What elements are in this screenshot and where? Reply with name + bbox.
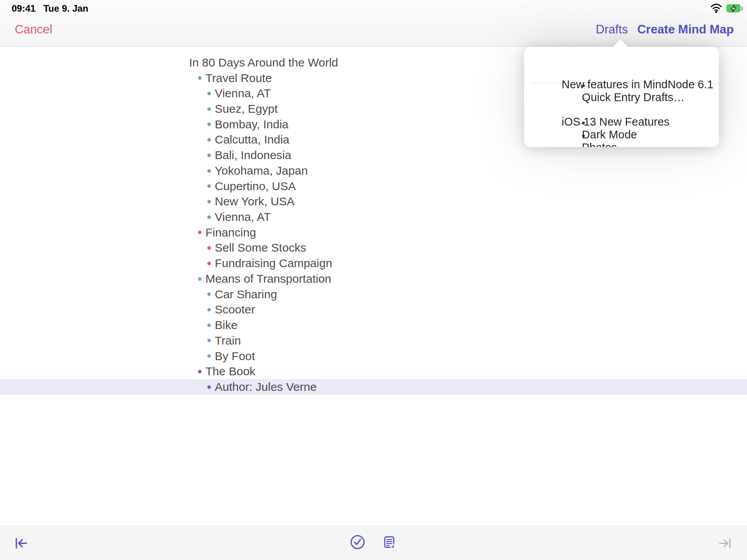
bullet-dot-icon [207,324,211,327]
bullet-dot-icon [207,262,211,265]
bullet-dot-icon [207,292,211,296]
outline-row-text: New York, USA [215,195,295,208]
status-date: Tue 9. Jan [43,3,88,14]
status-right [710,3,743,15]
outline-row[interactable]: Cupertino, USA [0,178,747,194]
outline-row[interactable]: Bali, Indonesia [0,147,747,163]
outline-row[interactable]: Fundraising Campaign [0,256,747,271]
outline-row-text: Train [215,334,241,347]
bullet-dot-icon [207,138,211,142]
bottom-toolbar [0,526,747,560]
cancel-button[interactable]: Cancel [15,23,53,37]
check-circle-icon[interactable] [349,534,366,551]
bullet-dot-icon [207,92,211,95]
draft-line-text: Dark Mode [582,128,637,141]
drafts-popover: New features in MindNode 6.1 Quick Entry… [524,47,719,147]
outline-row[interactable]: Scooter [0,302,747,318]
bullet-dot-icon [207,385,211,389]
outline-row[interactable]: By Foot [0,348,747,364]
outline-row-text: The Book [205,365,255,378]
bullet-dot-icon [198,231,202,234]
outline-row[interactable]: Author: Jules Verne [0,379,747,395]
bullet-dot-icon [207,122,211,126]
bullet-dot-icon [207,339,211,342]
navigation-bar: 09:41 Tue 9. Jan Cancel [0,0,747,47]
outline-row[interactable]: Yokohama, Japan [0,163,747,178]
bullet-dot-icon [582,84,585,87]
outline-row[interactable]: Train [0,333,747,348]
outline-row-text: Car Sharing [215,288,277,301]
outline-row-text: Scooter [215,303,255,316]
outline-row-text: Calcutta, India [215,133,289,146]
outline-row-text: Bike [215,318,237,332]
outline-row-text: Means of Transportation [205,272,331,285]
outline-row[interactable]: The Book [0,364,747,379]
wifi-icon [710,3,722,15]
outline-row-text: Vienna, AT [215,87,271,100]
bullet-dot-icon [198,277,202,281]
battery-charging-icon [726,4,743,14]
draft-item-1[interactable]: New features in MindNode 6.1 Quick Entry… [530,52,719,78]
bullet-dot-icon [207,354,211,358]
outline-row-text: Fundraising Campaign [215,257,332,270]
bullet-dot-icon [207,169,211,173]
nav-right-buttons: Drafts Create Mind Map [596,23,734,37]
outline-row-text: Yokohama, Japan [215,164,308,177]
outline-row-text: Financing [205,226,256,239]
outline-row[interactable]: Bike [0,317,747,333]
bullet-dot-icon [198,370,202,373]
outline-row-text: Cupertino, USA [215,180,296,193]
bullet-dot-icon [207,107,211,111]
outline-row-text: Vienna, AT [215,210,271,224]
bullet-dot-icon [207,215,211,219]
drafts-popover-body: New features in MindNode 6.1 Quick Entry… [524,47,719,147]
outline-row[interactable]: New York, USA [0,194,747,209]
nav-row: Cancel Drafts Create Mind Map [0,21,747,38]
outline-row[interactable]: Means of Transportation [0,271,747,287]
bullet-dot-icon [198,76,202,80]
outline-row-text: Author: Jules Verne [215,380,317,394]
outline-row-text: Sell Some Stocks [215,241,306,254]
note-icon[interactable] [381,534,398,551]
draft-line[interactable]: New features in MindNode 6.1 [530,52,719,65]
bullet-dot-icon [582,122,585,124]
outline-row-text: In 80 Days Around the World [189,56,338,69]
outline-row-text: By Foot [215,350,255,363]
status-bar: 09:41 Tue 9. Jan [0,2,747,16]
outline-row[interactable]: Financing [0,225,747,240]
draft-line-text: Quick Entry Drafts… [582,91,685,103]
outdent-icon[interactable] [13,535,30,552]
bullet-dot-icon [582,135,585,137]
bullet-dot-icon [207,246,211,250]
bullet-dot-icon [207,154,211,157]
bullet-dot-icon [207,308,211,312]
outline-row-text: Bombay, India [215,118,289,131]
outline-row[interactable]: Sell Some Stocks [0,240,747,256]
indent-icon[interactable] [716,535,733,552]
bullet-dot-icon [207,200,211,203]
drafts-button[interactable]: Drafts [596,23,628,37]
outline-row-text: Bali, Indonesia [215,149,291,162]
create-mind-map-button[interactable]: Create Mind Map [637,23,734,37]
outline-row[interactable]: Vienna, AT [0,209,747,225]
status-time: 09:41 [12,3,35,14]
status-left: 09:41 Tue 9. Jan [12,3,88,14]
outline-row-text: Suez, Egypt [215,102,278,116]
outline-row-text: Travel Route [205,72,272,85]
bullet-dot-icon [207,184,211,188]
outline-row[interactable]: Car Sharing [0,287,747,302]
